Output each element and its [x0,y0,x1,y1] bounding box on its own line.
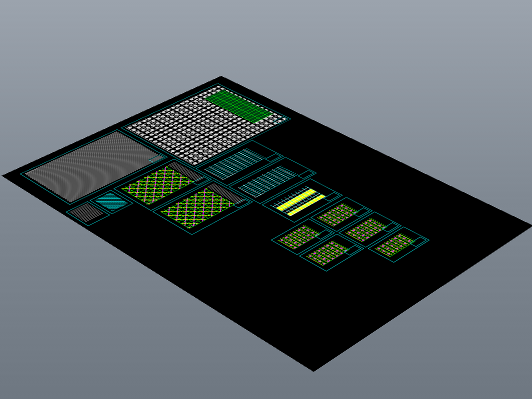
detail-drawing [278,224,321,249]
cover-text [70,204,104,222]
cad-viewport[interactable]: General Notes 1 Door/Window Schedule Gro… [0,0,532,399]
detail-drawing [317,203,360,226]
model-space-canvas[interactable]: General Notes 1 Door/Window Schedule Gro… [2,76,532,371]
